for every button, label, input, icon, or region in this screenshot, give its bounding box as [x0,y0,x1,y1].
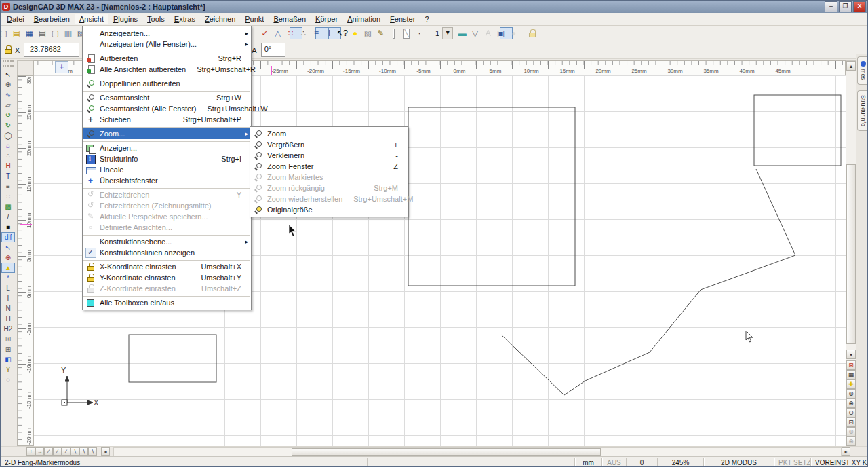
scroll-right-arrow[interactable]: ▸ [842,447,850,456]
scroll-up-arrow[interactable]: ▴ [846,61,856,71]
menu-item-aufbereiten[interactable]: Aufbereiten Strg+R [83,53,250,64]
maximize-button[interactable]: ❐ [839,1,852,12]
menu-item-lineale[interactable]: Lineale [83,164,250,175]
menu-item[interactable] [83,233,250,236]
submenu-item-vergroessern[interactable]: Vergrößern + [251,139,407,150]
angle-field[interactable]: 0° [261,43,285,57]
toolbox-grip[interactable] [3,60,14,67]
status-count[interactable]: 0 [626,458,657,467]
view-right-button[interactable]: → [35,447,44,456]
menu-item-y-koordinate[interactable]: Y-Koordinate einrasten Umschalt+Y [83,272,250,283]
menu-item-schieben[interactable]: Schieben Strg+Umschalt+P [83,114,250,125]
menu-item-anzeigen[interactable]: Anzeigen... [83,143,250,153]
status-2d-mode[interactable]: 2D MODUS [703,458,774,467]
h-snap-tool-icon[interactable]: H [1,314,15,324]
close-view-button[interactable]: ⊠ [846,360,856,370]
menu-tools[interactable]: Tools [142,14,170,24]
drawn-rectangle[interactable] [129,335,216,382]
select-tool-icon[interactable]: ↖ [1,69,15,79]
menu-item[interactable] [83,186,250,189]
zoom-back-button[interactable]: ⊕ [846,427,856,436]
view-iso3-button[interactable]: ∕ [62,447,71,456]
submenu-item-verkleinern[interactable]: Verkleinern - [251,150,407,161]
solid-fill-tool-icon[interactable]: ■ [1,222,15,232]
sparkle-tool-icon[interactable]: * [1,273,15,283]
box-3d-tool-icon[interactable]: ▱ [1,100,15,110]
status-pkt-setz[interactable]: PKT SETZ [774,458,810,467]
zoom-button[interactable]: ⊕ [846,389,856,398]
hatch-tool-icon[interactable]: ≡ [1,181,15,191]
line-tool-icon[interactable]: / [1,212,15,222]
menu-punkt[interactable]: Punkt [240,14,269,24]
zoom-forward-button[interactable]: ⊕ [846,436,856,446]
ortho-circle-tool-icon[interactable]: ◌ [1,375,15,385]
status-aus[interactable]: AUS [601,458,626,467]
x-coordinate-field[interactable]: -23.78682 [24,43,79,57]
dot-icon[interactable]: · [418,27,431,39]
view-iso6-button[interactable]: ∖ [88,447,97,456]
menu-koerper[interactable]: Körper [311,14,342,24]
x-lock-icon[interactable] [3,45,14,54]
view-iso2-button[interactable]: ∕ [53,447,62,456]
pan-button[interactable]: + [55,61,68,73]
grid-toggle-button[interactable]: ▦ [846,370,856,379]
scroll-left-arrow[interactable]: ◂ [101,447,110,456]
menu-item[interactable] [83,50,250,53]
status-voreinst[interactable]: VOREINST XY KE [810,458,867,467]
zoom-in-button[interactable]: ⊕ [846,398,856,408]
l-snap-tool-icon[interactable]: L [1,283,15,293]
minimize-button[interactable]: – [825,1,837,12]
grid-snap-tool-icon[interactable]: ⊞ [1,334,15,344]
panel-tab-strukturinfo[interactable]: Strukturinfo [857,90,868,131]
zoom-window-button[interactable]: ⊡ [846,417,856,427]
vertical-scrollbar-thumb[interactable] [846,164,856,344]
menu-item-perspektive-speichern[interactable]: Aktuelle Perspektive speichern... [83,211,250,222]
grid2-snap-tool-icon[interactable]: ⊞ [1,344,15,354]
menu-fenster[interactable]: Fenster [385,14,420,24]
zoom-red-tool-icon[interactable]: ⊕ [1,253,15,263]
bulb-off-icon[interactable]: ● [513,27,526,39]
menu-item[interactable] [83,89,250,92]
menu-item-anzeigearten-alle[interactable]: Anzeigearten (Alle Fenster)... ▸ [83,39,250,50]
curve-tool-icon[interactable]: ∿ [1,90,15,100]
menu-item[interactable] [83,139,250,143]
point-tool-icon[interactable]: ∴ [1,151,15,161]
vertical-scrollbar[interactable]: ▴ ▾ ⊠▦✚⊕⊕⊖⊡⊕⊕ [846,60,856,446]
triangle-tool-icon[interactable]: ▲ [1,263,15,273]
menu-item-gesamtansicht[interactable]: Gesamtansicht Strg+W [83,92,250,103]
view-iso4-button[interactable]: ∖ [71,447,79,456]
dimension-tool-icon[interactable]: H [1,161,15,171]
i-snap-tool-icon[interactable]: I [1,293,15,303]
menu-item-definierte-ansichten[interactable]: Definierte Ansichten... [83,222,250,233]
menu-item-strukturinfo[interactable]: Strukturinfo Strg+I [83,153,250,164]
pencil-icon[interactable]: ✎ [380,27,393,39]
view-iso1-button[interactable]: ∕ [44,447,53,456]
view-up-button[interactable]: ↑ [26,447,35,456]
h2-snap-tool-icon[interactable]: H2 [1,324,15,334]
submenu-item-zoom-markiertes[interactable]: Zoom Markiertes [251,172,407,183]
menu-item-z-koordinate[interactable]: Z-Koordinate einrasten Umschalt+Z [83,283,250,294]
zoom-out-button[interactable]: ⊖ [846,408,856,417]
menu-item-doppellinien[interactable]: Doppellinien aufbereiten [83,78,250,89]
menu-datei[interactable]: Datei [2,14,29,24]
menu-item-anzeigearten[interactable]: Anzeigearten... ▸ [83,28,250,39]
scroll-down-arrow[interactable]: ▾ [846,350,856,359]
array-tool-icon[interactable]: ∷ [1,191,15,202]
lock-icon[interactable] [526,27,538,39]
menu-item-konstruktionslinien[interactable]: Konstruktionslinien anzeigen [83,247,250,258]
circle-tool-icon[interactable]: ◯ [1,130,15,141]
line-width-dropdown[interactable]: ▼ [442,27,453,39]
menu-hilfe[interactable]: ? [420,14,433,24]
submenu-item-zoom-fenster[interactable]: Zoom Fenster Z [251,161,407,172]
submenu-item-zoom-rueckgaengig[interactable]: Zoom rückgängig Strg+M [251,183,407,193]
menu-item-echtzeitdrehen-mitte[interactable]: Echtzeitdrehen (Zeichnungsmitte) [83,200,250,211]
n-snap-tool-icon[interactable]: N [1,303,15,314]
y-axis-tool-icon[interactable]: Y [1,365,15,375]
menu-item-zoom[interactable]: Zoom... ▸ [83,128,250,139]
line-style-swatch[interactable]: ╲ [406,27,418,39]
status-unit[interactable]: mm [574,458,601,467]
horizontal-scrollbar-thumb[interactable] [292,448,601,456]
menu-animation[interactable]: Animation [342,14,385,24]
menu-zeichnen[interactable]: Zeichnen [200,14,240,24]
arc-ccw-tool-icon[interactable]: ↺ [1,110,15,120]
